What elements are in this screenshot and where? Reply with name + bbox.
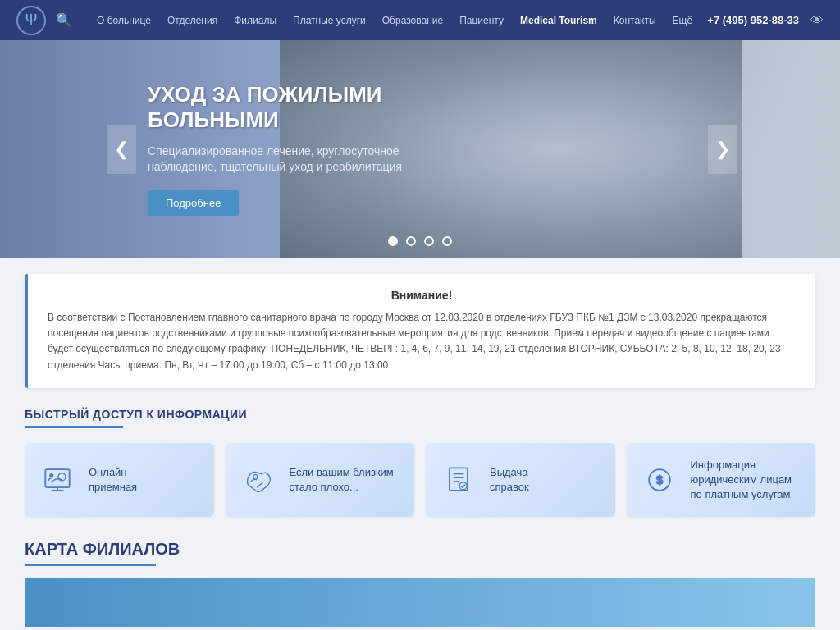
quick-card-emergency-label: Если вашим близкимстало плохо...: [290, 465, 394, 495]
online-icon: [38, 460, 77, 500]
emergency-icon-svg: [240, 462, 276, 498]
svg-point-5: [253, 475, 258, 480]
map-section-title: КАРТА ФИЛИАЛОВ: [25, 540, 815, 559]
nav-item-about[interactable]: О больнице: [89, 15, 159, 26]
slider-dot-2[interactable]: [406, 236, 416, 246]
certificate-icon-svg: [441, 462, 477, 498]
quick-card-online[interactable]: Онлайнприемная: [25, 443, 214, 518]
notice-box: Внимание! В соответствии с Постановление…: [25, 274, 815, 388]
nav-item-patient[interactable]: Пациенту: [451, 15, 512, 26]
slider-dots: [388, 236, 452, 246]
quick-card-online-label: Онлайнприемная: [89, 465, 137, 495]
hero-slider: УХОД ЗА ПОЖИЛЫМИБОЛЬНЫМИ Специализирован…: [0, 40, 840, 258]
nav-item-paid-services[interactable]: Платные услуги: [285, 15, 374, 26]
logo-symbol: Ψ: [25, 11, 37, 29]
slider-next-button[interactable]: ❯: [708, 125, 737, 174]
quick-card-certificates-label: Выдачасправок: [490, 465, 529, 495]
nav-item-more[interactable]: Ещё: [664, 15, 701, 26]
notice-title: Внимание!: [48, 289, 796, 302]
section-underline: [25, 426, 123, 428]
main-nav: О больницеОтделенияФилиалыПлатные услуги…: [89, 15, 707, 26]
quick-card-emergency[interactable]: Если вашим близкимстало плохо...: [226, 443, 415, 518]
hero-button[interactable]: Подробнее: [148, 190, 239, 216]
map-placeholder[interactable]: [25, 578, 815, 627]
slider-dot-1[interactable]: [388, 236, 398, 246]
map-section-underline: [25, 564, 156, 566]
logo[interactable]: Ψ: [16, 6, 46, 35]
certificate-icon: [439, 460, 478, 500]
svg-point-4: [50, 474, 53, 477]
header: Ψ 🔍 О больницеОтделенияФилиалыПлатные ус…: [0, 0, 840, 40]
nav-item-contacts[interactable]: Контакты: [605, 15, 664, 26]
svg-text:$: $: [655, 473, 662, 486]
hero-content: УХОД ЗА ПОЖИЛЫМИБОЛЬНЫМИ Специализирован…: [0, 82, 459, 216]
emergency-icon: [239, 460, 278, 500]
quick-card-legal-label: Информация юридическим лицампо платным у…: [691, 458, 803, 503]
search-icon[interactable]: 🔍: [56, 12, 72, 28]
notice-text: В соответствии с Постановлением главного…: [48, 310, 796, 373]
quick-access-section: БЫСТРЫЙ ДОСТУП К ИНФОРМАЦИИ Онлайнпр: [25, 408, 815, 518]
main-content: Внимание! В соответствии с Постановление…: [0, 258, 840, 630]
online-icon-svg: [39, 462, 75, 498]
nav-item-branches[interactable]: Филиалы: [226, 15, 285, 26]
slider-dot-3[interactable]: [424, 236, 434, 246]
legal-icon-svg: $: [641, 462, 678, 498]
quick-access-grid: Онлайнприемная Если вашим близкимстало п…: [25, 443, 815, 518]
nav-item-education[interactable]: Образование: [374, 15, 451, 26]
legal-icon: $: [640, 460, 679, 500]
nav-item-medical-tourism[interactable]: Medical Tourism: [512, 15, 605, 26]
slider-prev-button[interactable]: ❮: [107, 125, 136, 174]
nav-item-departments[interactable]: Отделения: [159, 15, 226, 26]
map-section: КАРТА ФИЛИАЛОВ: [25, 540, 815, 627]
phone-number: +7 (495) 952-88-33: [707, 14, 799, 26]
quick-card-certificates[interactable]: Выдачасправок: [426, 443, 615, 518]
hero-title: УХОД ЗА ПОЖИЛЫМИБОЛЬНЫМИ: [148, 82, 459, 133]
hero-subtitle: Специализированное лечение, круглосуточн…: [148, 144, 459, 176]
quick-access-title: БЫСТРЫЙ ДОСТУП К ИНФОРМАЦИИ: [25, 408, 815, 421]
svg-rect-6: [450, 468, 468, 491]
eye-icon[interactable]: 👁: [810, 13, 824, 28]
quick-card-legal[interactable]: $ Информация юридическим лицампо платным…: [627, 443, 816, 518]
slider-dot-4[interactable]: [442, 236, 452, 246]
